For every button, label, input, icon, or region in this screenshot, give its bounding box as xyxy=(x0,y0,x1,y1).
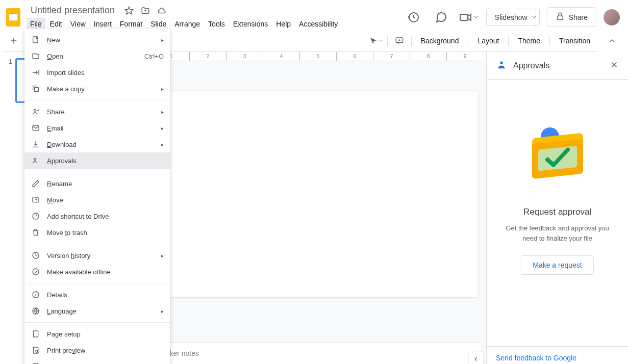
comment-tool-icon[interactable] xyxy=(392,33,407,48)
last-edit-icon[interactable] xyxy=(404,7,424,28)
submenu-arrow-icon: ▸ xyxy=(158,308,164,314)
divider xyxy=(24,283,170,283)
submenu-arrow-icon: ▸ xyxy=(158,125,164,131)
lock-icon xyxy=(556,12,565,22)
file-menu-add-shortcut[interactable]: Add shortcut to Drive xyxy=(24,208,170,224)
share-button[interactable]: Share xyxy=(547,7,596,27)
submenu-arrow-icon: ▸ xyxy=(158,253,164,258)
history-icon xyxy=(31,250,41,261)
approvals-person-icon xyxy=(496,59,507,72)
file-menu-offline[interactable]: Make available offline xyxy=(24,264,170,280)
file-dropdown-menu: New ▸ Open Ctrl+O Import slides Make a c… xyxy=(24,29,170,364)
open-shortcut: Ctrl+O xyxy=(144,53,164,60)
ruler-mark: 7 xyxy=(373,52,410,61)
slide-number: 1 xyxy=(4,58,12,65)
svg-point-12 xyxy=(34,158,36,160)
transition-button[interactable]: Transition xyxy=(554,34,595,48)
file-menu-print-preview-label: Print preview xyxy=(47,347,164,354)
request-description: Get the feedback and approval you need t… xyxy=(497,223,618,243)
approvals-footer: Send feedback to Google xyxy=(487,346,628,364)
menu-accessibility[interactable]: Accessibility xyxy=(295,18,341,30)
file-menu-language[interactable]: Language ▸ xyxy=(24,303,170,319)
open-folder-icon xyxy=(31,51,41,61)
svg-point-15 xyxy=(33,269,39,275)
file-menu-print-preview[interactable]: Print preview xyxy=(24,342,170,358)
divider xyxy=(24,322,170,323)
page-setup-icon xyxy=(31,329,41,339)
doc-title-row: Untitled presentation xyxy=(27,4,399,17)
svg-rect-9 xyxy=(34,87,38,91)
file-menu-make-copy[interactable]: Make a copy ▸ xyxy=(24,81,170,97)
user-avatar[interactable] xyxy=(604,9,620,25)
file-menu-download-label: Download xyxy=(47,141,152,148)
menu-tools[interactable]: Tools xyxy=(205,18,229,30)
send-feedback-link[interactable]: Send feedback to Google xyxy=(496,354,576,362)
approvals-icon xyxy=(31,155,41,166)
app-header: Untitled presentation File Edit xyxy=(0,0,628,30)
background-button[interactable]: Background xyxy=(416,34,464,48)
share-person-icon xyxy=(31,107,41,117)
rename-icon xyxy=(31,178,41,189)
make-request-button[interactable]: Make a request xyxy=(521,255,594,275)
explore-button[interactable] xyxy=(469,352,483,364)
file-menu-print[interactable]: Print Ctrl+P xyxy=(24,358,170,364)
toolbar-separator xyxy=(468,36,468,46)
svg-point-10 xyxy=(34,109,36,111)
file-menu-import-slides[interactable]: Import slides xyxy=(24,64,170,81)
svg-rect-18 xyxy=(33,331,38,337)
file-menu-email[interactable]: Email ▸ xyxy=(24,120,170,136)
menu-help[interactable]: Help xyxy=(272,18,294,30)
move-folder-icon[interactable] xyxy=(139,5,152,17)
file-menu-trash[interactable]: Move to trash xyxy=(24,224,170,241)
file-menu-details[interactable]: Details xyxy=(24,287,170,303)
file-menu-rename[interactable]: Rename xyxy=(24,175,170,192)
file-menu-version-history[interactable]: Version history ▸ xyxy=(24,247,170,264)
file-menu-details-label: Details xyxy=(47,291,164,299)
file-menu-add-shortcut-label: Add shortcut to Drive xyxy=(47,213,164,220)
toolbar-right: Background Layout Theme Transition xyxy=(368,33,595,48)
move-icon xyxy=(31,195,41,205)
file-menu-language-label: Language xyxy=(47,307,152,315)
request-heading: Request approval xyxy=(523,207,591,217)
file-menu-approvals-label: Approvals xyxy=(47,157,164,165)
toolbar-separator xyxy=(411,36,412,46)
file-menu-offline-label: Make available offline xyxy=(47,268,164,276)
file-menu-approvals[interactable]: Approvals xyxy=(24,152,170,169)
file-menu-email-label: Email xyxy=(47,124,152,132)
print-icon xyxy=(31,361,41,364)
file-menu-new[interactable]: New ▸ xyxy=(24,32,170,48)
file-menu-share-label: Share xyxy=(47,108,152,116)
submenu-arrow-icon: ▸ xyxy=(158,37,164,43)
toolbar-separator xyxy=(549,36,550,46)
slideshow-button[interactable]: Slideshow xyxy=(486,9,536,26)
file-menu-share[interactable]: Share ▸ xyxy=(24,103,170,120)
approvals-panel-header: Approvals xyxy=(487,52,628,80)
menu-extensions[interactable]: Extensions xyxy=(230,18,271,30)
close-icon[interactable] xyxy=(610,60,619,71)
file-menu-history-label: Version history xyxy=(47,252,152,259)
hide-menus-icon[interactable] xyxy=(605,33,620,48)
svg-point-24 xyxy=(500,62,503,65)
file-menu-move[interactable]: Move xyxy=(24,192,170,208)
file-menu-page-setup[interactable]: Page setup xyxy=(24,326,170,342)
slides-logo-icon[interactable] xyxy=(4,8,22,27)
menu-arrange[interactable]: Arrange xyxy=(171,18,204,30)
comments-icon[interactable] xyxy=(431,7,451,28)
doc-title[interactable]: Untitled presentation xyxy=(27,4,119,17)
star-icon[interactable] xyxy=(123,5,135,17)
file-menu-new-label: New xyxy=(47,36,152,44)
file-menu-download[interactable]: Download ▸ xyxy=(24,136,170,152)
offline-icon xyxy=(31,267,41,277)
select-tool-icon[interactable] xyxy=(368,33,383,48)
file-menu-open[interactable]: Open Ctrl+O xyxy=(24,48,170,64)
divider xyxy=(24,172,170,172)
layout-button[interactable]: Layout xyxy=(472,34,504,48)
meet-icon[interactable] xyxy=(459,7,479,28)
theme-button[interactable]: Theme xyxy=(513,34,545,48)
svg-rect-8 xyxy=(33,37,38,43)
present-dropdown[interactable] xyxy=(529,9,540,26)
approvals-panel: Approvals Request approval Get the fee xyxy=(486,52,628,364)
ruler-mark: 5 xyxy=(299,52,336,61)
cloud-saved-icon[interactable] xyxy=(156,5,168,17)
new-slide-button[interactable] xyxy=(6,33,21,48)
